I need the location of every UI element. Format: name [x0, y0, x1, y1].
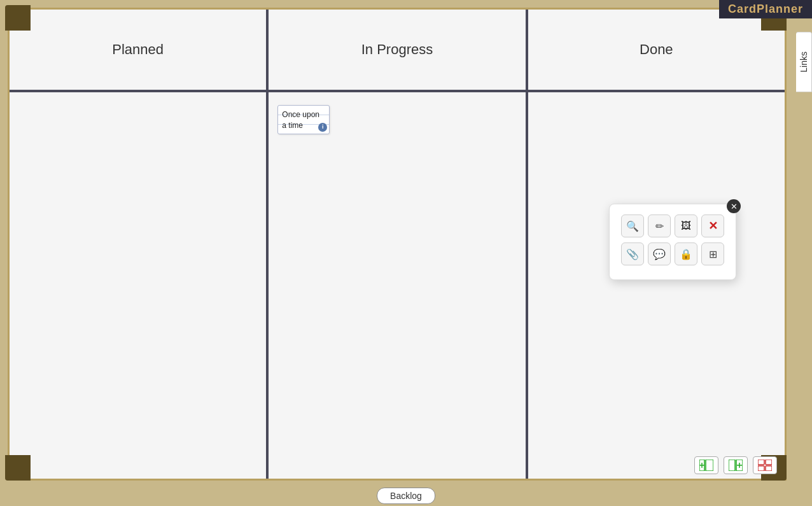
zoom-icon: 🔍: [626, 220, 639, 232]
context-menu-row2: 📎 💬 🔒 ⊞: [619, 242, 727, 265]
col-header-in-progress: In Progress: [269, 10, 528, 90]
context-menu-row1: 🔍 ✏ 🖼 ✕: [619, 214, 727, 237]
paperclip-icon: 📎: [626, 248, 639, 260]
svg-rect-4: [729, 460, 735, 471]
attach-button[interactable]: 📎: [621, 242, 644, 265]
view-grid-icon: [758, 460, 772, 471]
add-col-right-button[interactable]: [724, 456, 748, 474]
delete-button[interactable]: ✕: [701, 214, 724, 237]
context-menu: ✕ 🔍 ✏ 🖼 ✕: [609, 204, 736, 280]
card-text: Once upon a time: [282, 110, 319, 130]
add-col-left-icon: [699, 460, 713, 471]
grid-icon: ⊞: [709, 248, 717, 260]
col-planned-content: [10, 92, 269, 479]
backlog-button[interactable]: Backlog: [377, 488, 435, 504]
app-title: CardPlanner: [719, 0, 812, 18]
delete-icon: ✕: [708, 219, 718, 233]
column-headers: Planned In Progress Done: [10, 10, 785, 92]
add-col-left-button[interactable]: [694, 456, 718, 474]
svg-rect-8: [758, 460, 764, 465]
col-planned-label: Planned: [112, 41, 164, 58]
card-once-upon-time[interactable]: Once upon a time i: [277, 105, 330, 134]
edit-button[interactable]: ✏: [648, 214, 671, 237]
image-button[interactable]: 🖼: [675, 214, 697, 237]
image-icon: 🖼: [681, 220, 691, 232]
kanban-board: Planned In Progress Done Once upon a tim…: [8, 8, 787, 481]
col-header-planned: Planned: [10, 10, 269, 90]
svg-rect-9: [766, 460, 772, 465]
svg-rect-10: [758, 466, 764, 471]
corner-top-left: [5, 5, 31, 31]
svg-rect-11: [766, 466, 772, 471]
svg-rect-1: [706, 460, 713, 471]
corner-bottom-left: [5, 455, 31, 481]
comment-icon: 💬: [653, 248, 666, 260]
col-header-done: Done: [528, 10, 785, 90]
pencil-icon: ✏: [655, 220, 664, 232]
col-in-progress-content: Once upon a time i ✕ 🔍 ✏ 🖼: [269, 92, 528, 479]
col-done-label: Done: [640, 41, 673, 58]
grid-button[interactable]: ⊞: [701, 242, 724, 265]
view-grid-button[interactable]: [753, 456, 777, 474]
zoom-button[interactable]: 🔍: [621, 214, 644, 237]
board-content: Once upon a time i ✕ 🔍 ✏ 🖼: [10, 92, 785, 479]
lock-button[interactable]: 🔒: [675, 242, 697, 265]
col-done-content: [528, 92, 785, 479]
card-info-icon: i: [318, 123, 327, 132]
links-tab[interactable]: Links: [796, 32, 812, 92]
comment-button[interactable]: 💬: [648, 242, 671, 265]
add-col-right-icon: [729, 460, 743, 471]
bottom-toolbar: [694, 456, 777, 474]
lock-icon: 🔒: [680, 248, 692, 260]
col-in-progress-label: In Progress: [361, 41, 433, 58]
